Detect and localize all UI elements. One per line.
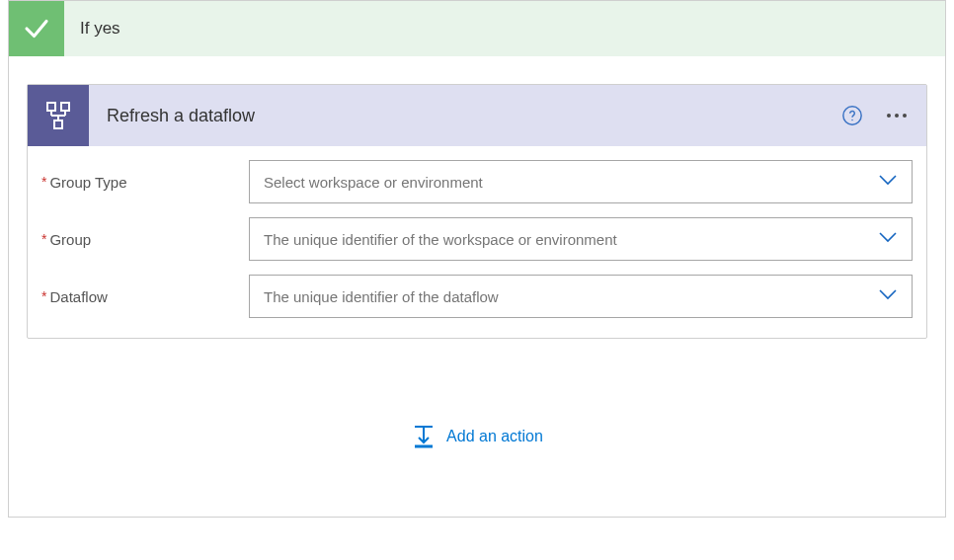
field-row-group: * Group The unique identifier of the wor… (41, 217, 913, 261)
chevron-down-icon (878, 173, 898, 191)
chevron-down-icon (878, 230, 898, 248)
help-icon[interactable] (839, 103, 865, 128)
dataflow-dropdown[interactable]: The unique identifier of the dataflow (249, 275, 913, 318)
chevron-down-icon (878, 287, 898, 305)
checkmark-icon (9, 1, 64, 56)
dropdown-placeholder: Select workspace or environment (264, 174, 483, 191)
add-action-label: Add an action (446, 428, 543, 445)
action-card-title: Refresh a dataflow (107, 106, 839, 126)
dropdown-placeholder: The unique identifier of the workspace o… (264, 231, 617, 248)
svg-point-8 (851, 120, 852, 120)
svg-rect-1 (61, 103, 69, 111)
field-row-group-type: * Group Type Select workspace or environ… (41, 160, 913, 203)
more-icon[interactable] (881, 108, 913, 123)
insert-action-icon (411, 424, 437, 449)
field-row-dataflow: * Dataflow The unique identifier of the … (41, 275, 913, 318)
required-asterisk: * (41, 231, 46, 247)
field-label-text: Dataflow (49, 288, 107, 305)
content-area: Refresh a dataflow * (9, 56, 945, 517)
add-action-row: Add an action (27, 339, 927, 499)
field-label-text: Group Type (49, 174, 126, 191)
svg-rect-0 (47, 103, 55, 111)
dataflow-icon (28, 85, 89, 146)
add-action-button[interactable]: Add an action (411, 424, 543, 449)
group-dropdown[interactable]: The unique identifier of the workspace o… (249, 217, 913, 261)
field-label-dataflow: * Dataflow (41, 288, 249, 305)
if-yes-header[interactable]: If yes (9, 1, 945, 56)
dropdown-placeholder: The unique identifier of the dataflow (264, 288, 499, 305)
required-asterisk: * (41, 288, 46, 304)
svg-rect-2 (54, 120, 62, 128)
required-asterisk: * (41, 174, 46, 190)
if-yes-title: If yes (80, 19, 120, 39)
group-type-dropdown[interactable]: Select workspace or environment (249, 160, 913, 203)
action-card-body: * Group Type Select workspace or environ… (28, 146, 926, 338)
field-label-group: * Group (41, 231, 249, 248)
if-yes-container: If yes Refresh a dataflow (8, 0, 946, 518)
action-card: Refresh a dataflow * (27, 84, 927, 339)
field-label-text: Group (49, 231, 91, 248)
action-card-header[interactable]: Refresh a dataflow (28, 85, 926, 146)
field-label-group-type: * Group Type (41, 174, 249, 191)
